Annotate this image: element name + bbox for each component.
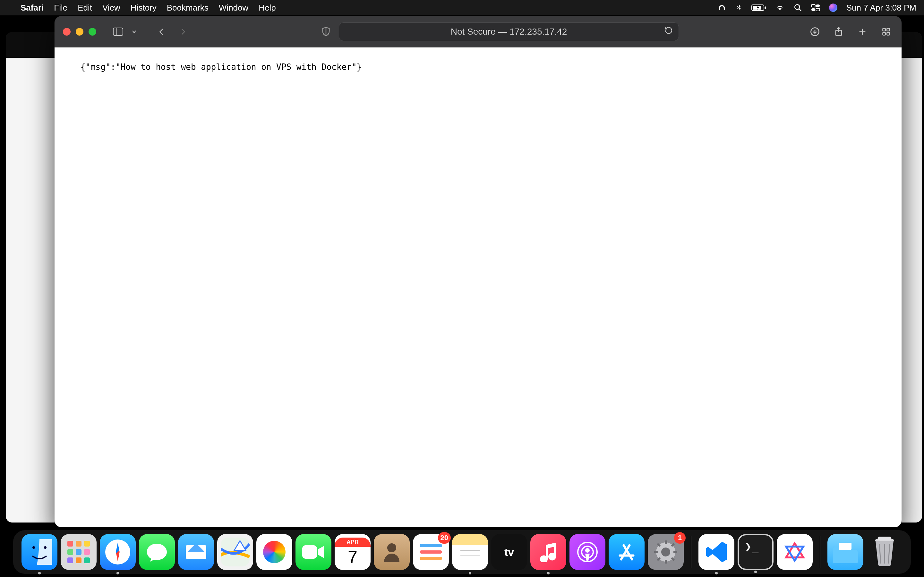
dock-vscode[interactable] [698,534,734,570]
svg-rect-43 [838,543,851,550]
svg-rect-48 [878,537,891,540]
wifi-icon[interactable] [775,4,785,11]
menu-history[interactable]: History [131,3,157,13]
user-avatar-icon[interactable] [829,3,837,12]
back-button[interactable] [155,25,169,39]
svg-line-38 [672,558,674,560]
dock-reminders[interactable]: 20 [413,534,449,570]
page-body-text: {"msg":"How to host web application on V… [81,62,362,72]
dock-music[interactable] [530,534,566,570]
tab-overview-button[interactable] [879,25,893,39]
svg-point-32 [661,548,670,556]
dock-mail[interactable] [178,534,214,570]
forward-button[interactable] [176,25,190,39]
running-indicator [469,572,471,574]
calendar-month: APR [334,538,371,547]
dock-safari[interactable] [100,534,136,570]
menu-view[interactable]: View [102,3,120,13]
svg-point-24 [387,543,396,552]
svg-point-3 [795,5,800,9]
svg-rect-6 [816,5,820,7]
running-indicator [715,572,718,574]
dock-launchpad[interactable] [61,534,97,570]
svg-rect-1 [764,6,766,9]
spotlight-icon[interactable] [794,3,802,12]
window-controls [63,28,96,35]
menubar: Safari File Edit View History Bookmarks … [0,0,924,15]
sidebar-toggle-button[interactable] [111,25,125,39]
menu-file[interactable]: File [54,3,67,13]
svg-line-39 [672,544,674,546]
dock-appstore[interactable] [609,534,645,570]
running-indicator [754,571,757,573]
svg-rect-5 [811,5,815,7]
running-indicator [547,572,549,574]
svg-line-4 [799,9,801,11]
battery-icon[interactable] [751,4,766,11]
menu-help[interactable]: Help [258,3,276,13]
close-button[interactable] [63,28,71,35]
safari-window: Not Secure — 172.235.17.42 {"msg":"How t… [55,16,901,527]
settings-badge: 1 [674,532,686,544]
dock-separator [691,536,691,568]
dock-tv[interactable]: tv [491,534,527,570]
dock-app-generic[interactable] [777,534,813,570]
dock-podcasts[interactable] [569,534,606,570]
safari-toolbar: Not Secure — 172.235.17.42 [55,16,901,47]
svg-rect-8 [816,8,820,11]
svg-point-30 [585,548,590,553]
dock-contacts[interactable] [374,534,410,570]
fullscreen-button[interactable] [89,28,96,35]
control-center-icon[interactable] [811,4,820,11]
privacy-shield-icon[interactable] [319,25,333,39]
dock-trash[interactable] [867,534,903,570]
dock-downloads[interactable] [827,534,863,570]
svg-rect-23 [302,545,317,559]
dock-settings[interactable]: 1 [648,534,684,570]
tab-group-chevron-icon[interactable] [127,25,141,39]
running-indicator [116,572,119,574]
svg-rect-16 [883,28,885,31]
dock: APR 7 20 tv 1 ❯_ [13,530,911,574]
svg-point-20 [32,546,35,549]
dock-facetime[interactable] [296,534,331,570]
minimize-button[interactable] [76,28,83,35]
dock-separator [820,536,821,568]
address-bar[interactable]: Not Secure — 172.235.17.42 [339,23,679,41]
dock-finder[interactable] [21,534,57,570]
svg-point-21 [44,546,47,549]
svg-rect-7 [811,8,815,11]
svg-line-40 [657,558,660,560]
dock-notes[interactable] [452,534,488,570]
calendar-day: 7 [348,547,357,567]
svg-rect-18 [883,32,885,35]
menu-bookmarks[interactable]: Bookmarks [167,3,208,13]
svg-rect-9 [113,28,123,35]
downloads-button[interactable] [808,25,822,39]
dock-messages[interactable] [139,534,175,570]
svg-line-37 [657,544,660,546]
reminders-badge: 20 [438,532,451,544]
svg-rect-2 [753,6,761,10]
new-tab-button[interactable] [855,25,869,39]
menu-window[interactable]: Window [219,3,248,13]
app-menu[interactable]: Safari [21,3,44,13]
svg-rect-17 [887,28,889,31]
page-content: {"msg":"How to host web application on V… [55,47,901,527]
running-indicator [38,572,41,574]
address-text: Not Secure — 172.235.17.42 [451,27,567,37]
dock-photos[interactable] [256,534,292,570]
dock-maps[interactable] [217,534,253,570]
dock-terminal[interactable]: ❯_ [738,534,774,570]
reload-button[interactable] [664,26,673,37]
menubar-datetime[interactable]: Sun 7 Apr 3:08 PM [846,3,916,13]
bluetooth-icon[interactable] [735,3,742,12]
airpods-icon[interactable] [717,3,726,12]
svg-rect-19 [887,32,889,35]
share-button[interactable] [832,25,846,39]
dock-calendar[interactable]: APR 7 [334,534,371,570]
menu-edit[interactable]: Edit [78,3,92,13]
